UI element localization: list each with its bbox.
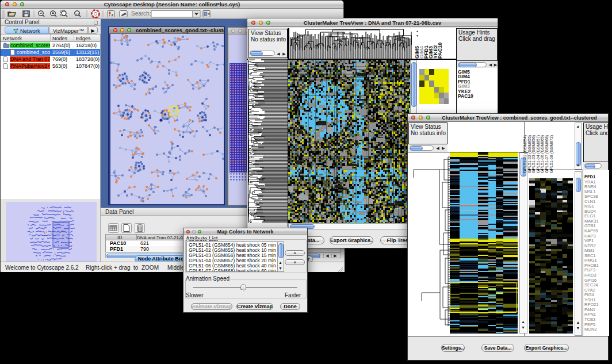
svg-text:1:1: 1:1: [75, 12, 79, 16]
svg-text:Search:: Search:: [131, 10, 151, 17]
